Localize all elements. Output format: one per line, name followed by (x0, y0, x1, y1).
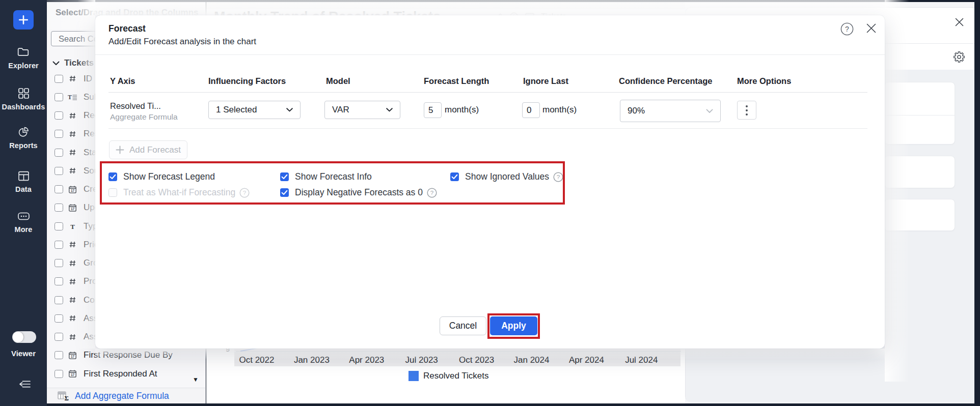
number-type-icon (68, 131, 77, 137)
x-axis-tick-label: Apr 2023 (336, 355, 397, 365)
number-type-icon (68, 149, 77, 156)
svg-text:17: 17 (71, 355, 75, 358)
cancel-button[interactable]: Cancel (440, 316, 486, 335)
field-checkbox[interactable] (55, 333, 63, 341)
gear-icon[interactable] (953, 51, 965, 63)
number-type-icon (68, 260, 77, 267)
aggregate-formula-icon: Σ (58, 391, 70, 401)
scroll-down-arrow[interactable]: ▼ (193, 376, 199, 383)
field-checkbox[interactable] (55, 185, 63, 193)
chevron-down-icon (386, 108, 393, 112)
field-checkbox[interactable] (55, 222, 63, 230)
number-type-icon (68, 241, 77, 248)
col-header-influencing: Influencing Factors (208, 76, 286, 86)
pie-chart-icon (0, 126, 47, 138)
plus-icon (116, 146, 124, 154)
forecast-dialog: Forecast Add/Edit Forecast analysis in t… (95, 15, 885, 349)
dashboard-grid-icon (0, 88, 47, 99)
model-select[interactable]: VAR (324, 101, 400, 119)
dialog-subtitle: Add/Edit Forecast analysis in the chart (108, 37, 256, 47)
date-type-icon: 17 (68, 352, 77, 359)
number-type-icon (68, 75, 77, 82)
tickets-section-label: Tickets (64, 58, 94, 68)
influencing-factors-select[interactable]: 1 Selected (208, 101, 301, 119)
row-y-axis-value: Resolved Ti... (110, 101, 161, 111)
column-field-row[interactable]: 17First Responded At (55, 366, 157, 382)
sidebar-item-reports[interactable]: Reports (0, 126, 47, 150)
sidebar-item-data[interactable]: Data (0, 170, 47, 193)
legend-label: Resolved Tickets (423, 371, 489, 381)
field-checkbox[interactable] (55, 351, 63, 359)
add-forecast-button[interactable]: Add Forecast (109, 140, 187, 159)
forecast-length-unit: month(s) (445, 105, 479, 115)
table-header-divider (108, 92, 867, 93)
chart-legend[interactable]: Resolved Tickets (409, 371, 489, 381)
svg-text:17: 17 (71, 207, 75, 211)
field-checkbox[interactable] (55, 149, 63, 157)
ignore-last-input[interactable] (522, 102, 540, 118)
dialog-close-icon[interactable] (866, 23, 876, 33)
influencing-factors-value: 1 Selected (216, 105, 257, 115)
kebab-menu-icon (745, 105, 748, 116)
field-checkbox[interactable] (55, 167, 63, 175)
column-field-row[interactable]: 17First Response Due By (55, 347, 173, 363)
dialog-help-icon[interactable]: ? (840, 22, 854, 36)
field-checkbox[interactable] (55, 259, 63, 267)
folder-icon (0, 46, 47, 58)
field-label: First Responded At (84, 369, 157, 379)
viewer-toggle[interactable] (12, 331, 36, 343)
data-table-icon (0, 170, 47, 182)
field-checkbox[interactable] (55, 370, 63, 378)
field-checkbox[interactable] (55, 204, 63, 212)
x-axis-tick-label: Oct 2022 (226, 355, 287, 365)
forecast-length-input[interactable] (424, 102, 442, 118)
number-type-icon (68, 167, 77, 174)
collapse-sidebar-button[interactable] (18, 380, 32, 389)
field-checkbox[interactable] (55, 75, 63, 83)
sidebar-item-label: Data (0, 185, 47, 193)
panel-close-icon[interactable] (955, 18, 964, 26)
settings-card[interactable] (884, 82, 955, 144)
add-aggregate-formula-label: Add Aggregate Formula (75, 391, 169, 401)
field-checkbox[interactable] (55, 277, 63, 285)
sidebar-item-dashboards[interactable]: Dashboards (0, 88, 47, 111)
date-type-icon: 17 (68, 186, 77, 193)
apply-button[interactable]: Apply (490, 316, 537, 335)
field-checkbox[interactable] (55, 93, 63, 101)
sidebar-item-explorer[interactable]: Explorer (0, 46, 47, 70)
col-header-y-axis: Y Axis (110, 76, 135, 86)
plus-icon (18, 14, 29, 25)
app-sidebar: Explorer Dashboards Reports Data More Vi… (0, 0, 47, 406)
add-aggregate-formula-button[interactable]: Σ Add Aggregate Formula (47, 388, 205, 403)
sidebar-item-label: More (0, 225, 47, 234)
col-header-confidence: Confidence Percentage (619, 76, 712, 86)
field-checkbox[interactable] (55, 130, 63, 138)
number-type-icon (68, 315, 77, 322)
field-checkbox[interactable] (55, 296, 63, 304)
field-checkbox[interactable] (55, 314, 63, 323)
sidebar-item-label: Dashboards (0, 103, 47, 111)
field-checkbox[interactable] (55, 111, 63, 120)
main-top-strip (206, 2, 685, 9)
x-axis-tick-label: Jul 2024 (611, 355, 672, 365)
row-y-axis-subtitle: Aggregate Formula (110, 112, 178, 122)
add-forecast-label: Add Forecast (129, 145, 181, 155)
legend-swatch (409, 371, 419, 381)
col-header-ignore: Ignore Last (523, 76, 568, 86)
settings-card[interactable] (884, 199, 955, 231)
toggle-knob (13, 332, 23, 342)
settings-card[interactable] (884, 156, 955, 188)
collapse-sidebar-icon (18, 380, 32, 389)
field-checkbox[interactable] (55, 241, 63, 249)
sidebar-item-label: Explorer (0, 62, 47, 70)
viewer-toggle-label: Viewer (0, 349, 47, 358)
column-field-row[interactable]: ID (55, 71, 92, 86)
svg-text:17: 17 (71, 189, 75, 192)
create-new-button[interactable] (13, 10, 34, 30)
col-header-more: More Options (737, 76, 791, 86)
sidebar-item-more[interactable]: More (0, 211, 47, 234)
row-more-options-button[interactable] (737, 101, 756, 120)
tickets-section-toggle[interactable]: Tickets (52, 58, 94, 68)
confidence-percentage-select[interactable]: 90% (620, 100, 721, 122)
x-axis-tick-label: Apr 2024 (556, 355, 617, 365)
